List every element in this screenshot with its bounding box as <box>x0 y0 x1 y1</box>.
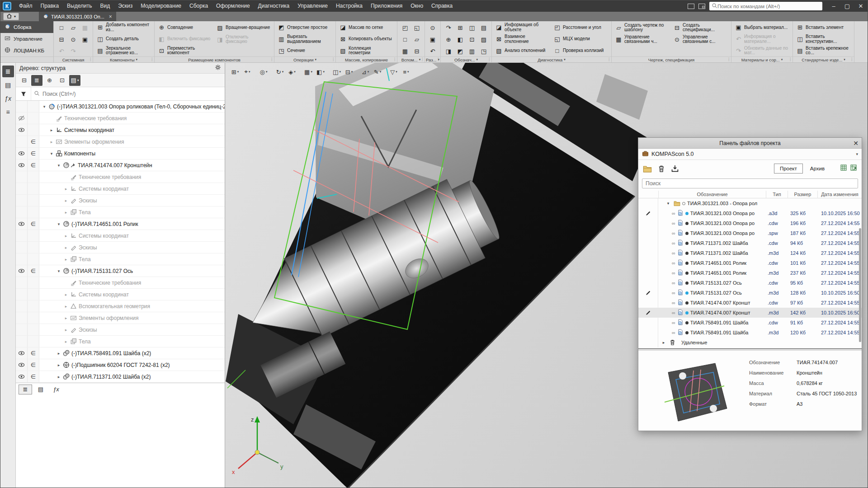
ribbon-group-label[interactable]: Системная⋮ <box>54 56 93 62</box>
menu-item-14[interactable]: Справка <box>427 3 457 9</box>
chevron-right-icon[interactable]: ▸ <box>63 198 69 203</box>
tab-tree-structure[interactable]: ≣ <box>19 385 32 394</box>
eye-icon[interactable] <box>16 218 28 230</box>
chevron-down-icon[interactable]: ▾ <box>48 151 55 156</box>
group-options-icon[interactable]: ⋮ <box>270 57 274 61</box>
minimize-button[interactable]: – <box>827 0 840 12</box>
ribbon-group-label[interactable]: Вспом...▾⋮ <box>397 56 425 62</box>
project-files-panel-titlebar[interactable]: Панель файлов проекта ✕ <box>638 138 862 149</box>
ribbon-icon-button-g11[interactable]: ⊞ <box>455 23 466 33</box>
export-report-icon[interactable] <box>850 164 857 173</box>
ribbon-button-управление-связанными-ч-[interactable]: ▦Управление связанными ч... <box>613 33 671 45</box>
close-button[interactable]: ✕ <box>854 0 868 12</box>
group-options-icon[interactable]: ⋮ <box>850 57 854 61</box>
ribbon-button-переместить-компонент[interactable]: ⊡Переместить компонент <box>156 45 214 56</box>
ribbon-group-label[interactable]: Раз...▾⋮ <box>425 56 440 62</box>
viewport-tool-filter-button[interactable]: ▽▾ <box>388 66 400 77</box>
tree-item[interactable]: ∈▾(-)ТИАЯ.714651.001 Ролик <box>16 218 225 230</box>
ribbon-icon-button-g18[interactable]: ◨ <box>443 46 454 56</box>
gear-icon[interactable] <box>215 64 221 72</box>
files-deleted-row[interactable]: ▸Удаленные <box>638 338 862 347</box>
ribbon-icon-button-g3[interactable]: □ <box>400 34 410 45</box>
command-search[interactable] <box>709 2 822 10</box>
group-options-icon[interactable]: ⋮ <box>331 57 335 61</box>
ribbon-button-выбрать-материал-[interactable]: ▣Выбрать материал... <box>733 22 791 33</box>
viewport-tool-refresh-button[interactable]: ↻▾ <box>274 66 286 77</box>
tree-item[interactable]: ▾(-)ТИАЯ.301321.003 Опора роликовая (Тел… <box>16 101 225 113</box>
tree-item[interactable]: ▸Тела <box>16 206 225 218</box>
ribbon-group-label[interactable]: Чертеж, спецификация⋮ <box>612 56 731 62</box>
ribbon-button-управление-связанными-с-[interactable]: ⊙Управление связанными с... <box>672 33 729 45</box>
files-file-row[interactable]: ∞ТИАЯ.301321.003 Опора ро.spw187 Кб27.12… <box>638 228 862 238</box>
ribbon-group-label[interactable]: Массив, копирование⋮ <box>336 56 397 62</box>
chevron-right-icon[interactable]: ▸ <box>63 210 69 215</box>
interface-settings-icon[interactable] <box>698 4 705 9</box>
ribbon-nav-Сборка[interactable]: Сборка <box>0 21 53 33</box>
chevron-right-icon[interactable]: ▸ <box>48 128 55 132</box>
tree-item[interactable]: ▸Элементы оформления <box>16 312 225 324</box>
ribbon-button-обновить-данные-по-мат-[interactable]: ↷Обновить данные по мат... <box>733 45 791 56</box>
tree-numbering-button[interactable]: ⊟ <box>19 75 30 86</box>
filter-icon[interactable] <box>16 87 31 100</box>
ribbon-group-label[interactable]: Обознач...▾⋮ <box>441 56 491 62</box>
ribbon-button-зеркальное-отражение-ко-[interactable]: ▤Зеркальное отражение ко... <box>95 45 152 56</box>
menu-item-7[interactable]: Сборка <box>185 3 212 9</box>
chevron-right-icon[interactable]: ▸ <box>63 316 69 320</box>
ribbon-icon-button-g9[interactable]: ↶ <box>427 46 438 56</box>
ribbon-icon-button-g19[interactable]: ◩ <box>455 46 466 56</box>
tree-item[interactable]: ▸Системы координат <box>16 230 225 242</box>
variables-panel-icon[interactable]: ƒx <box>2 93 14 104</box>
ribbon-button-информация-о-материале-[interactable]: ↶Информация о материале... <box>733 33 791 45</box>
interface-layout-icon[interactable] <box>688 4 694 9</box>
files-scrollbar[interactable] <box>859 228 861 342</box>
files-file-row[interactable]: ∞ТИАЯ.301321.003 Опора ро.a3d325 Кб10.10… <box>638 208 862 218</box>
ribbon-button-отверстие-простое[interactable]: ◩Отверстие простое <box>276 22 334 33</box>
menu-item-6[interactable]: Моделирование <box>137 3 185 9</box>
menu-item-10[interactable]: Управление <box>293 3 332 9</box>
menu-item-12[interactable]: Приложения <box>367 3 406 9</box>
tab-close-icon[interactable]: × <box>109 14 112 20</box>
tree-item[interactable]: ▸Эскизы <box>16 195 225 206</box>
menu-item-13[interactable]: Окно <box>406 3 427 9</box>
ribbon-button-массив-по-сетке[interactable]: ◪Массив по сетке <box>338 22 395 33</box>
chevron-right-icon[interactable]: ▸ <box>56 375 62 379</box>
chevron-down-icon[interactable]: ▾ <box>56 269 62 273</box>
ribbon-icon-button-redo[interactable]: ↷ <box>68 46 79 56</box>
menu-item-5[interactable]: Эскиз <box>114 3 137 9</box>
files-file-row[interactable]: ∞ТИАЯ.741474.007 Кроншт.cdw97 Кб27.12.20… <box>638 298 862 308</box>
ribbon-button-мцх-модели[interactable]: ◱МЦХ модели <box>552 33 609 45</box>
ribbon-button-вырезать-выдавливанием[interactable]: ▥Вырезать выдавливанием <box>276 33 334 45</box>
ribbon-icon-button-g4[interactable]: ▱ <box>411 34 422 45</box>
ribbon-button-совпадение[interactable]: ⊕Совпадение <box>156 22 214 33</box>
maximize-button[interactable]: ▢ <box>840 0 854 12</box>
column-size[interactable]: Размер <box>788 191 817 198</box>
chevron-right-icon[interactable]: ▸ <box>660 340 667 345</box>
document-tab[interactable]: ТИАЯ.301321.003 Оп... × <box>39 12 116 21</box>
tree-relations-button[interactable]: ⊕ <box>44 75 55 86</box>
ribbon-icon-button-g20[interactable]: ▥ <box>467 46 477 56</box>
eye-off-icon[interactable] <box>16 113 28 124</box>
files-file-row[interactable]: ∞ТИАЯ.711371.002 Шайба.m3d124 Кб27.12.20… <box>638 248 862 258</box>
menu-item-4[interactable]: Вид <box>96 3 114 9</box>
export-table-icon[interactable] <box>840 164 847 173</box>
command-search-input[interactable] <box>717 4 820 9</box>
menu-item-9[interactable]: Диагностика <box>254 3 294 9</box>
tree-item[interactable]: Технические требования <box>16 113 225 124</box>
ribbon-icon-button-print[interactable]: ⊟ <box>56 34 67 45</box>
ribbon-icon-button-g17[interactable]: ▨ <box>478 34 489 45</box>
group-options-icon[interactable]: ⋮ <box>788 57 792 61</box>
ribbon-button-включить-фиксацию[interactable]: ◧Включить фиксацию <box>156 33 214 45</box>
chevron-right-icon[interactable]: ▸ <box>63 245 69 250</box>
ribbon-icon-button-g12[interactable]: ◫ <box>467 23 477 33</box>
tree-item[interactable]: ∈▸(-)ТИАЯ.758491.091 Шайба (x2) <box>16 347 225 359</box>
ribbon-button-информация-об-объекте[interactable]: ◪Информация об объекте <box>494 22 551 33</box>
group-options-icon[interactable]: ⋮ <box>727 57 731 61</box>
ribbon-button-вставить-элемент[interactable]: ⊞Вставить элемент <box>795 22 852 33</box>
eye-icon[interactable] <box>16 148 28 159</box>
tree-item[interactable]: ▸Системы координат <box>16 289 225 300</box>
ribbon-group-label[interactable]: Операции▾⋮ <box>274 56 335 62</box>
ribbon-icon-button-g15[interactable]: ◧ <box>455 34 466 45</box>
chevron-down-icon[interactable]: ▾ <box>56 222 62 226</box>
ribbon-icon-button-g13[interactable]: ▤ <box>478 23 489 33</box>
tree-item[interactable]: ▸Тела <box>16 253 225 265</box>
